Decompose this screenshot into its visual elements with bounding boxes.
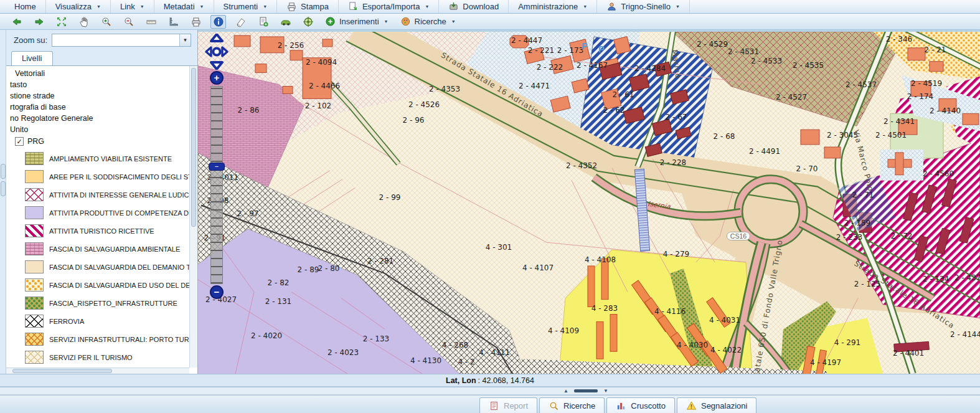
menu-item-label: Home [14,2,36,11]
warning-icon [686,401,697,411]
parcel-label: 2 - 67 [666,113,687,121]
layer-tree-item-vettoriali[interactable]: Vettoriali [6,68,189,79]
menu-item-trigno-sinello[interactable]: Trigno-Sinello▼ [597,0,690,13]
full-extent-button[interactable] [54,15,69,29]
menu-item-strumenti[interactable]: Strumenti▼ [214,0,278,13]
parcel-label: 4 - 4116 [654,307,686,316]
zoom-in-icon [101,16,112,27]
latlon-value: 42.068, 14.764 [483,376,534,385]
zoom-out-button[interactable] [121,15,136,29]
menu-item-label: Link [120,2,135,11]
target-button[interactable] [300,15,316,29]
measure-ruler-button[interactable] [143,15,159,29]
eraser-icon [235,16,247,27]
menu-item-download[interactable]: Download [439,0,509,13]
bottom-tab-bar: ReportRicercheCruscottoSegnalazioni [0,395,980,413]
tab-cruscotto[interactable]: Cruscotto [606,397,675,413]
parcel-label: 2 - 133 [363,335,390,343]
parcel-label: 2 - 4167 [577,61,608,70]
pan-hand-button[interactable] [76,15,92,29]
car-button[interactable] [278,15,293,29]
tab-livelli[interactable]: Livelli [11,51,53,65]
scale-ruler-button[interactable] [166,15,181,29]
splitter-drag-handle[interactable] [574,389,598,392]
inserimenti-dropdown[interactable]: Inserimenti▼ [323,16,391,27]
bottom-splitter[interactable]: ▲ ▼ [0,386,980,395]
parcel-label: 2 - 4144 [950,330,980,339]
orange-cross-swatch [25,333,44,346]
parcel-label: 2 - 4533 [751,57,782,65]
menu-item-home[interactable]: Home [5,0,46,13]
parcel-label: 4 - 2 [458,358,474,366]
tab-ricerche[interactable]: Ricerche [539,397,605,413]
parcel-label: 2 - 4537 [846,80,877,89]
parcel-label: 2 - 4526 [408,100,440,109]
parcel-label: 2 - 4341 [883,117,915,126]
menu-item-link[interactable]: Link▼ [111,0,154,13]
map-canvas[interactable]: 2 - 2562 - 40942 - 44662 - 862 - 1022 - … [198,30,980,374]
zoom-out-button[interactable]: − [210,285,224,299]
layer-tree-item-no-regolatore-generale[interactable]: no Regolatore Generale [6,113,189,124]
panel-vertical-scrollbar[interactable] [189,66,197,368]
zoom-in-button[interactable]: + [210,71,224,85]
menu-item-metadati[interactable]: Metadati▼ [154,0,214,13]
latlon-label: Lat, Lon [446,376,476,385]
prg-label: PRG [27,137,44,146]
menu-item-amministrazione[interactable]: Amministrazione▼ [509,0,597,13]
parcel-label: 2 - 173 [557,46,584,55]
menu-item-esporta-importa[interactable]: Esporta/Importa▼ [339,0,439,13]
layer-tree-item-unito[interactable]: Unito [6,124,189,135]
panel-collapse-handle[interactable] [1,181,6,196]
car-icon [280,16,291,27]
legend-item: ATTIVITA DI INTERESSE GENERALE LUDICO [6,186,189,204]
parcel-label: 2 - 62 [603,106,625,115]
parcel-label: 2 - 4094 [306,58,337,67]
arrow-left-button[interactable] [9,15,24,29]
parcel-label: 2 - 4447 [511,36,542,45]
legend-label: SERVIZI PER IL TURISMO [49,354,133,361]
menu-item-visualizza[interactable]: Visualizza▼ [46,0,111,13]
layer-tree-item-rtografia-di-base[interactable]: rtografia di base [6,102,189,113]
legend-item: FERROVIA [6,312,189,330]
olive-dots-swatch [25,297,44,310]
prg-checkbox[interactable]: ✓ [15,137,24,146]
dropdown-label: Inserimenti [339,17,379,26]
print-button[interactable] [188,15,204,29]
menu-item-stampa[interactable]: Stampa [277,0,339,13]
arrow-right-button[interactable] [31,15,47,29]
zoom-su-combobox[interactable]: ▼ [52,34,191,47]
parcel-label: 2 - 4352 [566,161,597,170]
legend-label: ATTIVITA TURISTICO RICETTIVE [49,227,154,235]
tab-segnalazioni[interactable]: Segnalazioni [677,397,756,413]
zoom-su-input[interactable] [52,34,179,46]
report-add-button[interactable] [255,15,271,29]
legend-item: FASCIA DI SALVAGUARDIA AMBIENTALE [6,240,189,258]
report-icon [489,401,499,411]
parcel-label: 2 - 222 [537,63,563,72]
layer-tree-item-stione-strade[interactable]: stione strade [6,90,189,102]
combobox-arrow-icon[interactable]: ▼ [179,34,191,46]
splitter-collapse-icon[interactable]: ▼ [603,388,608,394]
legend-label: FERROVIA [49,318,84,325]
panel-collapse-handle[interactable] [1,164,6,179]
parcel-label: 2 - 4527 [776,93,807,102]
arrow-right-icon [34,16,45,27]
pan-compass[interactable] [203,34,230,70]
panel-horizontal-scrollbar[interactable] [6,368,189,374]
parcel-label: 2 - 159 [844,219,871,227]
zoom-slider-track[interactable]: − [210,86,223,284]
ricerche-dropdown[interactable]: Ricerche▼ [398,16,458,27]
tab-report[interactable]: Report [479,397,537,413]
layer-tree-item-tasto[interactable]: tasto [6,79,189,90]
layer-row-prg[interactable]: ✓ PRG [6,135,189,147]
splitter-expand-icon[interactable]: ▲ [563,388,568,394]
legend-item: FASCIA_RISPETTO_INFRASTRUTTURE [6,294,189,312]
eraser-button[interactable] [233,15,248,29]
menu-item-label: Download [463,2,499,11]
info-button[interactable] [210,15,226,29]
status-bar: Lat, Lon: 42.068, 14.764 [0,374,980,386]
zoom-slider-handle[interactable]: − [209,163,225,171]
chevron-down-icon: ▼ [451,19,456,24]
zoom-in-button[interactable] [98,15,114,29]
parcel-label: 2 - 4374 [954,273,980,282]
